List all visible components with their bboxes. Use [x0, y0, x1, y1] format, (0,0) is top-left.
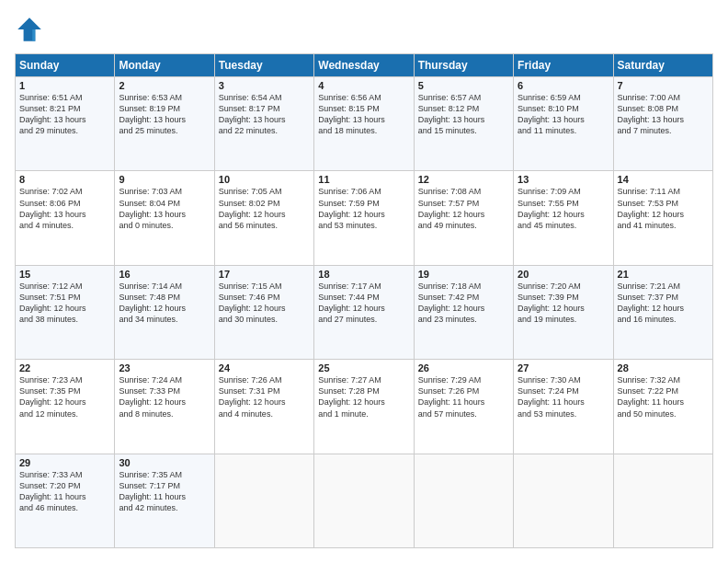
day-cell-4: 4Sunrise: 6:56 AM Sunset: 8:15 PM Daylig… [314, 77, 414, 171]
day-info: Sunrise: 7:35 AM Sunset: 7:17 PM Dayligh… [119, 469, 210, 514]
day-cell-20: 20Sunrise: 7:20 AM Sunset: 7:39 PM Dayli… [514, 265, 613, 359]
day-number: 18 [318, 269, 409, 280]
day-cell-1: 1Sunrise: 6:51 AM Sunset: 8:21 PM Daylig… [16, 77, 115, 171]
day-cell-2: 2Sunrise: 6:53 AM Sunset: 8:19 PM Daylig… [115, 77, 214, 171]
day-info: Sunrise: 7:11 AM Sunset: 7:53 PM Dayligh… [618, 186, 709, 231]
day-info: Sunrise: 7:30 AM Sunset: 7:24 PM Dayligh… [518, 374, 609, 419]
day-info: Sunrise: 7:27 AM Sunset: 7:28 PM Dayligh… [318, 374, 409, 419]
day-cell-6: 6Sunrise: 6:59 AM Sunset: 8:10 PM Daylig… [514, 77, 613, 171]
day-number: 19 [418, 269, 509, 280]
day-number: 20 [518, 269, 609, 280]
day-info: Sunrise: 6:54 AM Sunset: 8:17 PM Dayligh… [219, 92, 310, 137]
day-info: Sunrise: 7:06 AM Sunset: 7:59 PM Dayligh… [318, 186, 409, 231]
day-number: 28 [618, 362, 709, 373]
day-info: Sunrise: 7:29 AM Sunset: 7:26 PM Dayligh… [418, 374, 509, 419]
day-info: Sunrise: 7:32 AM Sunset: 7:22 PM Dayligh… [618, 374, 709, 419]
day-info: Sunrise: 6:59 AM Sunset: 8:10 PM Dayligh… [518, 92, 609, 137]
header [15, 15, 713, 44]
day-cell-14: 14Sunrise: 7:11 AM Sunset: 7:53 PM Dayli… [613, 171, 712, 265]
day-cell-30: 30Sunrise: 7:35 AM Sunset: 7:17 PM Dayli… [115, 454, 214, 547]
day-number: 14 [618, 174, 709, 185]
day-info: Sunrise: 6:57 AM Sunset: 8:12 PM Dayligh… [418, 92, 509, 137]
day-info: Sunrise: 6:51 AM Sunset: 8:21 PM Dayligh… [19, 92, 110, 137]
day-number: 26 [418, 362, 509, 373]
empty-cell [514, 454, 613, 547]
day-number: 8 [19, 174, 110, 185]
day-number: 30 [119, 457, 210, 468]
day-cell-29: 29Sunrise: 7:33 AM Sunset: 7:20 PM Dayli… [16, 454, 115, 547]
day-cell-25: 25Sunrise: 7:27 AM Sunset: 7:28 PM Dayli… [314, 360, 414, 454]
weekday-header-monday: Monday [115, 54, 214, 77]
logo-icon [15, 15, 44, 44]
day-cell-18: 18Sunrise: 7:17 AM Sunset: 7:44 PM Dayli… [314, 265, 414, 359]
week-row-4: 22Sunrise: 7:23 AM Sunset: 7:35 PM Dayli… [16, 360, 713, 454]
page: SundayMondayTuesdayWednesdayThursdayFrid… [0, 0, 728, 563]
week-row-5: 29Sunrise: 7:33 AM Sunset: 7:20 PM Dayli… [16, 454, 713, 547]
day-number: 7 [618, 80, 709, 91]
day-info: Sunrise: 7:23 AM Sunset: 7:35 PM Dayligh… [19, 374, 110, 419]
day-number: 5 [418, 80, 509, 91]
day-info: Sunrise: 7:14 AM Sunset: 7:48 PM Dayligh… [119, 281, 210, 326]
day-cell-10: 10Sunrise: 7:05 AM Sunset: 8:02 PM Dayli… [214, 171, 313, 265]
day-info: Sunrise: 7:15 AM Sunset: 7:46 PM Dayligh… [219, 281, 310, 326]
day-cell-26: 26Sunrise: 7:29 AM Sunset: 7:26 PM Dayli… [414, 360, 513, 454]
empty-cell [414, 454, 513, 547]
day-number: 22 [19, 362, 110, 373]
calendar: SundayMondayTuesdayWednesdayThursdayFrid… [15, 53, 713, 548]
day-cell-3: 3Sunrise: 6:54 AM Sunset: 8:17 PM Daylig… [214, 77, 313, 171]
day-number: 3 [219, 80, 310, 91]
day-cell-17: 17Sunrise: 7:15 AM Sunset: 7:46 PM Dayli… [214, 265, 313, 359]
day-info: Sunrise: 7:00 AM Sunset: 8:08 PM Dayligh… [618, 92, 709, 137]
day-info: Sunrise: 7:18 AM Sunset: 7:42 PM Dayligh… [418, 281, 509, 326]
week-row-2: 8Sunrise: 7:02 AM Sunset: 8:06 PM Daylig… [16, 171, 713, 265]
day-cell-23: 23Sunrise: 7:24 AM Sunset: 7:33 PM Dayli… [115, 360, 214, 454]
day-info: Sunrise: 7:08 AM Sunset: 7:57 PM Dayligh… [418, 186, 509, 231]
weekday-header-tuesday: Tuesday [214, 54, 313, 77]
day-info: Sunrise: 7:20 AM Sunset: 7:39 PM Dayligh… [518, 281, 609, 326]
day-info: Sunrise: 7:33 AM Sunset: 7:20 PM Dayligh… [19, 469, 110, 514]
day-info: Sunrise: 7:21 AM Sunset: 7:37 PM Dayligh… [618, 281, 709, 326]
week-row-3: 15Sunrise: 7:12 AM Sunset: 7:51 PM Dayli… [16, 265, 713, 359]
day-number: 24 [219, 362, 310, 373]
day-cell-13: 13Sunrise: 7:09 AM Sunset: 7:55 PM Dayli… [514, 171, 613, 265]
day-cell-28: 28Sunrise: 7:32 AM Sunset: 7:22 PM Dayli… [613, 360, 712, 454]
day-cell-21: 21Sunrise: 7:21 AM Sunset: 7:37 PM Dayli… [613, 265, 712, 359]
day-cell-7: 7Sunrise: 7:00 AM Sunset: 8:08 PM Daylig… [613, 77, 712, 171]
day-info: Sunrise: 7:26 AM Sunset: 7:31 PM Dayligh… [219, 374, 310, 419]
day-cell-24: 24Sunrise: 7:26 AM Sunset: 7:31 PM Dayli… [214, 360, 313, 454]
day-number: 4 [318, 80, 409, 91]
day-number: 27 [518, 362, 609, 373]
day-cell-5: 5Sunrise: 6:57 AM Sunset: 8:12 PM Daylig… [414, 77, 513, 171]
day-number: 16 [119, 269, 210, 280]
day-cell-16: 16Sunrise: 7:14 AM Sunset: 7:48 PM Dayli… [115, 265, 214, 359]
day-number: 29 [19, 457, 110, 468]
empty-cell [214, 454, 313, 547]
day-info: Sunrise: 6:56 AM Sunset: 8:15 PM Dayligh… [318, 92, 409, 137]
day-info: Sunrise: 7:24 AM Sunset: 7:33 PM Dayligh… [119, 374, 210, 419]
weekday-header-wednesday: Wednesday [314, 54, 414, 77]
day-number: 25 [318, 362, 409, 373]
weekday-header-row: SundayMondayTuesdayWednesdayThursdayFrid… [16, 54, 713, 77]
day-cell-22: 22Sunrise: 7:23 AM Sunset: 7:35 PM Dayli… [16, 360, 115, 454]
day-cell-27: 27Sunrise: 7:30 AM Sunset: 7:24 PM Dayli… [514, 360, 613, 454]
empty-cell [613, 454, 712, 547]
day-cell-15: 15Sunrise: 7:12 AM Sunset: 7:51 PM Dayli… [16, 265, 115, 359]
weekday-header-friday: Friday [514, 54, 613, 77]
day-number: 17 [219, 269, 310, 280]
day-number: 21 [618, 269, 709, 280]
day-number: 13 [518, 174, 609, 185]
day-info: Sunrise: 7:05 AM Sunset: 8:02 PM Dayligh… [219, 186, 310, 231]
day-number: 10 [219, 174, 310, 185]
day-number: 6 [518, 80, 609, 91]
svg-marker-0 [17, 17, 41, 41]
day-number: 23 [119, 362, 210, 373]
day-info: Sunrise: 6:53 AM Sunset: 8:19 PM Dayligh… [119, 92, 210, 137]
empty-cell [314, 454, 414, 547]
week-row-1: 1Sunrise: 6:51 AM Sunset: 8:21 PM Daylig… [16, 77, 713, 171]
day-number: 2 [119, 80, 210, 91]
day-number: 11 [318, 174, 409, 185]
weekday-header-thursday: Thursday [414, 54, 513, 77]
logo [15, 15, 48, 44]
day-info: Sunrise: 7:09 AM Sunset: 7:55 PM Dayligh… [518, 186, 609, 231]
day-cell-12: 12Sunrise: 7:08 AM Sunset: 7:57 PM Dayli… [414, 171, 513, 265]
